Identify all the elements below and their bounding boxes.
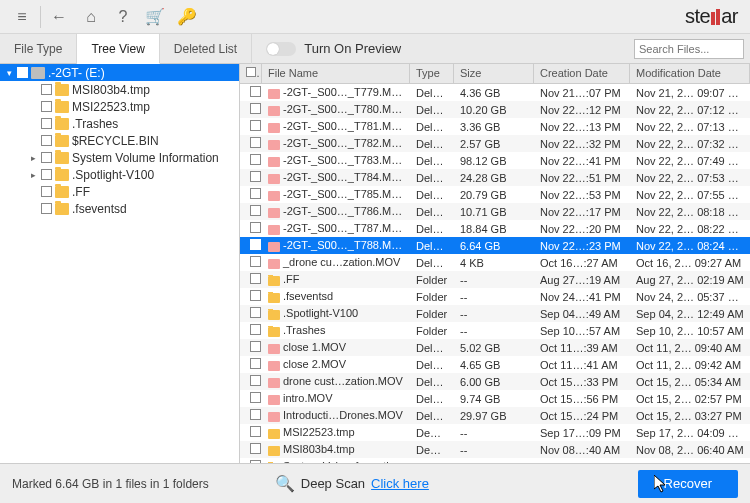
- checkbox[interactable]: [250, 460, 261, 463]
- table-row[interactable]: close 1.MOVDel…ile5.02 GBOct 11…:39 AMOc…: [240, 339, 750, 356]
- tab-deleted[interactable]: Deleted List: [160, 34, 252, 64]
- checkbox[interactable]: [41, 152, 52, 163]
- table-row[interactable]: -2GT-_S00…_T785.MOVDel…ile20.79 GBNov 22…: [240, 186, 750, 203]
- tab-treeview[interactable]: Tree View: [77, 34, 159, 64]
- table-row[interactable]: -2GT-_S00…_T781.MOVDel…ile3.36 GBNov 22……: [240, 118, 750, 135]
- checkbox[interactable]: [250, 222, 261, 233]
- creation-date: Oct 11…:39 AM: [534, 339, 630, 357]
- checkbox[interactable]: [250, 154, 261, 165]
- chevron-icon[interactable]: ▸: [28, 153, 38, 163]
- checkbox[interactable]: [250, 120, 261, 131]
- file-name: -2GT-_S00…_T779.MOV: [283, 86, 407, 98]
- table-row[interactable]: System Vol…nformationFolder--Aug 27…:21 …: [240, 458, 750, 463]
- chevron-icon[interactable]: ▸: [28, 170, 38, 180]
- tree-root[interactable]: ▾ .-2GT- (E:): [0, 64, 239, 81]
- help-icon[interactable]: ?: [107, 2, 139, 32]
- checkbox[interactable]: [250, 256, 261, 267]
- tree-item[interactable]: ▸System Volume Information: [24, 149, 239, 166]
- checkbox[interactable]: [41, 84, 52, 95]
- checkbox[interactable]: [250, 103, 261, 114]
- tree-item-label: .fseventsd: [72, 202, 127, 216]
- search-input[interactable]: [634, 39, 744, 59]
- file-size: 98.12 GB: [454, 152, 534, 170]
- table-row[interactable]: .FFFolder--Aug 27…:19 AMAug 27, 2… 02:19…: [240, 271, 750, 288]
- table-row[interactable]: .Spotlight-V100Folder--Sep 04…:49 AMSep …: [240, 305, 750, 322]
- checkbox[interactable]: [17, 67, 28, 78]
- deepscan-link[interactable]: Click here: [371, 476, 429, 491]
- modification-date: Nov 21, 2… 09:07 PM: [630, 84, 750, 102]
- col-cdate[interactable]: Creation Date: [534, 64, 630, 83]
- table-row[interactable]: -2GT-_S00…_T786.MOVDel…ile10.71 GBNov 22…: [240, 203, 750, 220]
- checkbox[interactable]: [41, 135, 52, 146]
- checkbox[interactable]: [41, 118, 52, 129]
- table-row[interactable]: MSI803b4.tmpDe…er--Nov 08…:40 AMNov 08, …: [240, 441, 750, 458]
- home-icon[interactable]: ⌂: [75, 2, 107, 32]
- preview-toggle[interactable]: [266, 42, 296, 56]
- back-icon[interactable]: ←: [43, 2, 75, 32]
- grid-body[interactable]: -2GT-_S00…_T779.MOVDel…ile4.36 GBNov 21……: [240, 84, 750, 463]
- checkbox[interactable]: [41, 186, 52, 197]
- checkbox[interactable]: [250, 358, 261, 369]
- col-check[interactable]: [240, 64, 262, 83]
- file-name: drone cust…zation.MOV: [283, 375, 403, 387]
- checkbox[interactable]: [250, 290, 261, 301]
- table-row[interactable]: drone cust…zation.MOVDel…ile6.00 GBOct 1…: [240, 373, 750, 390]
- col-name[interactable]: File Name: [262, 64, 410, 83]
- checkbox[interactable]: [41, 203, 52, 214]
- file-size: --: [454, 322, 534, 340]
- checkbox[interactable]: [250, 137, 261, 148]
- table-row[interactable]: intro.MOVDel…ile9.74 GBOct 15…:56 PMOct …: [240, 390, 750, 407]
- tree-item[interactable]: .FF: [24, 183, 239, 200]
- table-row[interactable]: -2GT-_S00…_T787.MOVDel…ile18.84 GBNov 22…: [240, 220, 750, 237]
- table-row[interactable]: -2GT-_S00…_T782.MOVDel…ile2.57 GBNov 22……: [240, 135, 750, 152]
- checkbox[interactable]: [250, 273, 261, 284]
- tree-item[interactable]: .fseventsd: [24, 200, 239, 217]
- checkbox[interactable]: [250, 307, 261, 318]
- chevron-down-icon[interactable]: ▾: [4, 68, 14, 78]
- checkbox[interactable]: [250, 324, 261, 335]
- cart-icon[interactable]: 🛒: [139, 2, 171, 32]
- tree-item[interactable]: MSI22523.tmp: [24, 98, 239, 115]
- file-name: close 2.MOV: [283, 358, 346, 370]
- table-row[interactable]: -2GT-_S00…_T779.MOVDel…ile4.36 GBNov 21……: [240, 84, 750, 101]
- table-row[interactable]: MSI22523.tmpDe…er--Sep 17…:09 PMSep 17, …: [240, 424, 750, 441]
- table-row[interactable]: -2GT-_S00…_T784.MOVDel…ile24.28 GBNov 22…: [240, 169, 750, 186]
- table-row[interactable]: .fseventsdFolder--Nov 24…:41 PMNov 24, 2…: [240, 288, 750, 305]
- tab-filetype[interactable]: File Type: [0, 34, 77, 64]
- col-size[interactable]: Size: [454, 64, 534, 83]
- table-row[interactable]: _drone cu…zation.MOVDel…ile4 KBOct 16…:2…: [240, 254, 750, 271]
- checkbox[interactable]: [250, 392, 261, 403]
- checkbox[interactable]: [41, 169, 52, 180]
- table-row[interactable]: -2GT-_S00…_T783.MOVDel…ile98.12 GBNov 22…: [240, 152, 750, 169]
- checkbox[interactable]: [250, 86, 261, 97]
- checkbox[interactable]: [250, 239, 261, 250]
- col-mdate[interactable]: Modification Date: [630, 64, 750, 83]
- checkbox[interactable]: [250, 443, 261, 454]
- checkbox[interactable]: [250, 375, 261, 386]
- creation-date: Aug 27…:19 AM: [534, 271, 630, 289]
- checkbox[interactable]: [250, 188, 261, 199]
- file-name: -2GT-_S00…_T783.MOV: [283, 154, 407, 166]
- tree-item[interactable]: .Trashes: [24, 115, 239, 132]
- tree-item[interactable]: MSI803b4.tmp: [24, 81, 239, 98]
- checkbox[interactable]: [250, 171, 261, 182]
- folder-icon: [55, 152, 69, 164]
- recover-button[interactable]: Recover: [638, 470, 738, 498]
- table-row[interactable]: Introducti…Drones.MOVDel…ile29.97 GBOct …: [240, 407, 750, 424]
- table-row[interactable]: .TrashesFolder--Sep 10…:57 AMSep 10, 2… …: [240, 322, 750, 339]
- tree-item[interactable]: $RECYCLE.BIN: [24, 132, 239, 149]
- file-type: Del…ile: [410, 407, 454, 425]
- checkbox[interactable]: [250, 426, 261, 437]
- table-row[interactable]: close 2.MOVDel…ile4.65 GBOct 11…:41 AMOc…: [240, 356, 750, 373]
- checkbox[interactable]: [41, 101, 52, 112]
- key-icon[interactable]: 🔑: [171, 2, 203, 32]
- checkbox[interactable]: [250, 409, 261, 420]
- tree-item[interactable]: ▸.Spotlight-V100: [24, 166, 239, 183]
- table-row[interactable]: -2GT-_S00…_T780.MOVDel…ile10.20 GBNov 22…: [240, 101, 750, 118]
- col-type[interactable]: Type: [410, 64, 454, 83]
- table-row[interactable]: -2GT-_S00…_T788.MOVDel…ile6.64 GBNov 22……: [240, 237, 750, 254]
- menu-icon[interactable]: ≡: [6, 2, 38, 32]
- checkbox[interactable]: [250, 205, 261, 216]
- creation-date: Nov 22…:12 PM: [534, 101, 630, 119]
- checkbox[interactable]: [250, 341, 261, 352]
